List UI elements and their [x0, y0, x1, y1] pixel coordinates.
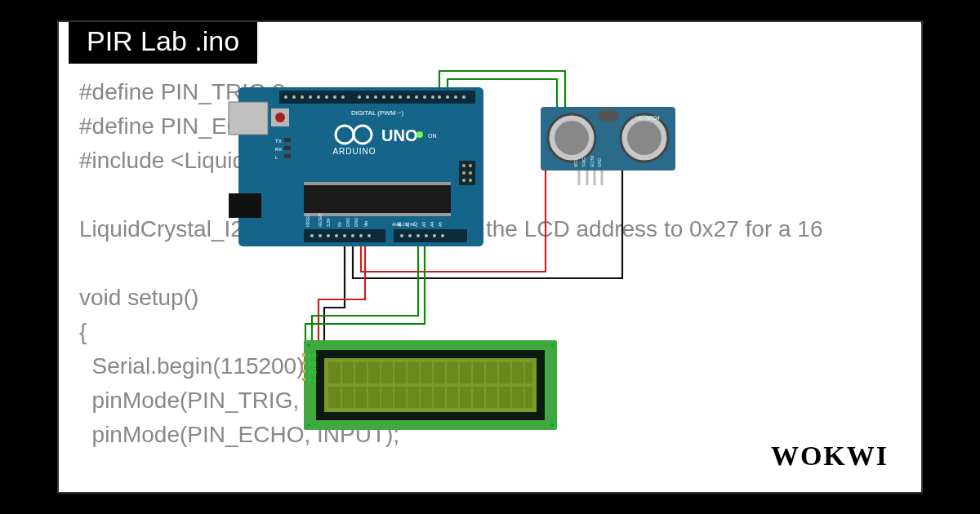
code-line: #include <LiquidCrystal_I2C.h>	[79, 148, 397, 173]
code-line: #define PIN_TRIG 3	[79, 79, 285, 104]
code-line: #define PIN_ECHO 2	[79, 113, 296, 139]
code-line: pinMode(PIN_TRIG, OUTPUT);	[79, 388, 413, 413]
code-line: Serial.begin(115200);	[79, 353, 310, 379]
preview-card: PIR Lab .ino #define PIN_TRIG 3 #define …	[57, 20, 923, 494]
wokwi-logo: WOKWI	[771, 441, 889, 472]
code-preview: #define PIN_TRIG 3 #define PIN_ECHO 2 #i…	[79, 75, 905, 476]
code-line: void setup()	[79, 285, 198, 310]
code-line: LiquidCrystal_I2C lcd(0x27,20,4); // set…	[79, 216, 822, 241]
code-line: pinMode(PIN_ECHO, INPUT);	[79, 422, 399, 447]
file-title: PIR Lab .ino	[69, 20, 257, 64]
code-line: {	[79, 319, 87, 344]
